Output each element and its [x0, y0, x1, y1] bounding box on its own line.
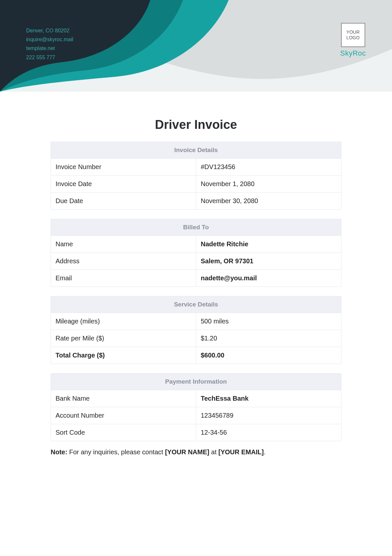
table-row: Invoice Number #DV123456	[51, 159, 341, 176]
table-row: Mileage (miles) 500 miles	[51, 313, 341, 330]
table-row: Rate per Mile ($) $1.20	[51, 330, 341, 347]
note-name-placeholder: [YOUR NAME]	[165, 448, 209, 456]
sender-address: Denver, CO 80202	[26, 26, 73, 35]
billed-to-table: Billed To Name Nadette Ritchie Address S…	[51, 219, 341, 287]
table-row: Invoice Date November 1, 2080	[51, 176, 341, 193]
value: nadette@you.mail	[196, 270, 341, 287]
note-email-placeholder: [YOUR EMAIL]	[219, 448, 264, 456]
note-prefix: Note:	[51, 448, 67, 456]
label: Address	[51, 253, 196, 270]
logo-block: YOUR LOGO SkyRoc	[340, 23, 366, 58]
label: Rate per Mile ($)	[51, 330, 196, 347]
value: #DV123456	[196, 159, 341, 176]
value: November 30, 2080	[196, 193, 341, 210]
value: 12-34-56	[196, 424, 341, 441]
sender-phone: 222 555 777	[26, 53, 73, 62]
value: $600.00	[196, 347, 341, 364]
document-header: Denver, CO 80202 inquire@skyroc.mail tem…	[0, 0, 392, 92]
footer-note: Note: For any inquiries, please contact …	[51, 448, 341, 456]
invoice-details-table: Invoice Details Invoice Number #DV123456…	[51, 142, 341, 210]
value: November 1, 2080	[196, 176, 341, 193]
value: Salem, OR 97301	[196, 253, 341, 270]
label: Email	[51, 270, 196, 287]
label: Due Date	[51, 193, 196, 210]
service-details-table: Service Details Mileage (miles) 500 mile…	[51, 296, 341, 364]
value: TechEssa Bank	[196, 390, 341, 407]
sender-contact: Denver, CO 80202 inquire@skyroc.mail tem…	[26, 26, 73, 62]
table-row: Due Date November 30, 2080	[51, 193, 341, 210]
logo-placeholder: YOUR LOGO	[341, 23, 365, 47]
table-row: Email nadette@you.mail	[51, 270, 341, 287]
table-row: Address Salem, OR 97301	[51, 253, 341, 270]
label: Name	[51, 236, 196, 253]
table-row: Total Charge ($) $600.00	[51, 347, 341, 364]
value: Nadette Ritchie	[196, 236, 341, 253]
value: 500 miles	[196, 313, 341, 330]
note-text: at	[209, 448, 219, 456]
label: Account Number	[51, 407, 196, 424]
value: $1.20	[196, 330, 341, 347]
label: Total Charge ($)	[51, 347, 196, 364]
note-text: For any inquiries, please contact	[67, 448, 165, 456]
sender-website: template.net	[26, 44, 73, 53]
label: Bank Name	[51, 390, 196, 407]
label: Mileage (miles)	[51, 313, 196, 330]
label: Sort Code	[51, 424, 196, 441]
table-row: Sort Code 12-34-56	[51, 424, 341, 441]
table-row: Name Nadette Ritchie	[51, 236, 341, 253]
table-row: Account Number 123456789	[51, 407, 341, 424]
document-body: Driver Invoice Invoice Details Invoice N…	[51, 118, 341, 456]
table-row: Bank Name TechEssa Bank	[51, 390, 341, 407]
label: Invoice Date	[51, 176, 196, 193]
note-text: .	[264, 448, 266, 456]
service-details-header: Service Details	[51, 296, 341, 313]
billed-to-header: Billed To	[51, 219, 341, 236]
label: Invoice Number	[51, 159, 196, 176]
value: 123456789	[196, 407, 341, 424]
company-name: SkyRoc	[340, 49, 366, 58]
page-title: Driver Invoice	[51, 118, 341, 132]
payment-info-header: Payment Information	[51, 374, 341, 390]
invoice-details-header: Invoice Details	[51, 142, 341, 159]
sender-email: inquire@skyroc.mail	[26, 35, 73, 44]
payment-info-table: Payment Information Bank Name TechEssa B…	[51, 373, 341, 441]
